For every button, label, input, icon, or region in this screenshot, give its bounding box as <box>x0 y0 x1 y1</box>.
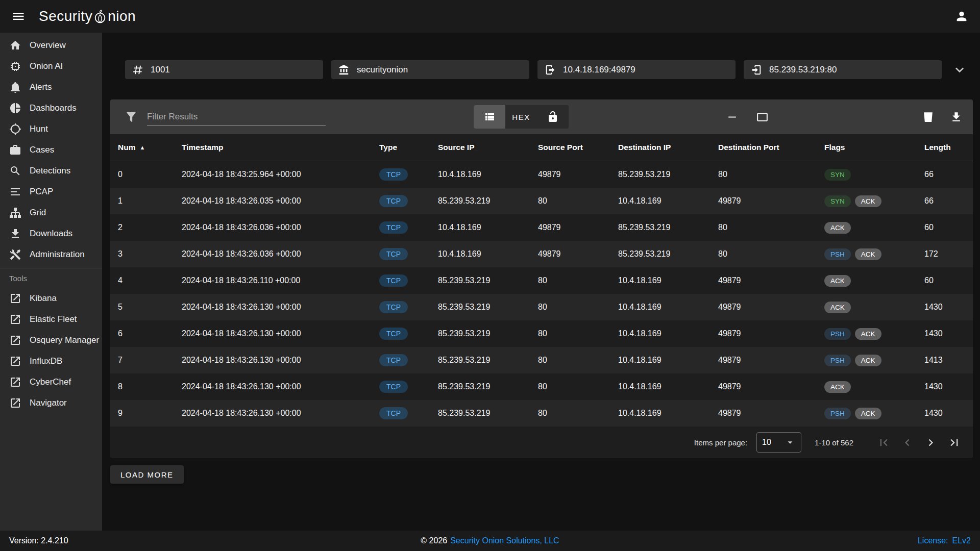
cell-dst-ip: 85.239.53.219 <box>618 249 718 259</box>
packet-list-view-button[interactable] <box>474 105 505 129</box>
column-header-destination-port[interactable]: Destination Port <box>718 143 824 152</box>
column-header-flags[interactable]: Flags <box>824 143 924 152</box>
column-header-source-ip[interactable]: Source IP <box>438 143 538 152</box>
bucket-icon[interactable] <box>922 111 935 123</box>
next-page-button[interactable] <box>923 435 938 450</box>
filter-field-job-number[interactable]: 1001 <box>125 60 323 79</box>
flag-chip: ACK <box>824 222 851 234</box>
table-header: Num▲TimestampTypeSource IPSource PortDes… <box>110 134 973 161</box>
table-row[interactable]: 3 2024-04-18 18:43:26.036 +00:00 TCP 10.… <box>110 241 973 267</box>
license-link[interactable]: ELv2 <box>952 536 971 545</box>
load-more-button[interactable]: LOAD MORE <box>110 465 184 484</box>
sidebar-tool-label: Elastic Fleet <box>30 314 77 324</box>
account-icon[interactable] <box>954 9 969 23</box>
sidebar-item-kibana[interactable]: Kibana <box>0 288 102 309</box>
cell-length: 1413 <box>924 356 973 365</box>
cell-timestamp: 2024-04-18 18:43:25.964 +00:00 <box>182 170 379 179</box>
card-view-icon[interactable] <box>756 111 769 123</box>
column-header-num[interactable]: Num▲ <box>118 143 182 152</box>
open-in-new-icon <box>9 376 21 388</box>
sidebar-item-detections[interactable]: Detections <box>0 160 102 181</box>
cell-src-port: 80 <box>538 329 618 338</box>
cell-length: 60 <box>924 276 973 285</box>
cell-length: 1430 <box>924 303 973 312</box>
sidebar-item-cases[interactable]: Cases <box>0 139 102 160</box>
cell-dst-ip: 10.4.18.169 <box>618 303 718 312</box>
cell-flags: ACK <box>824 222 924 234</box>
onion-logo-icon <box>93 9 107 23</box>
cell-dst-port: 80 <box>718 223 824 232</box>
table-row[interactable]: 9 2024-04-18 18:43:26.130 +00:00 TCP 85.… <box>110 400 973 427</box>
sidebar-item-cyberchef[interactable]: CyberChef <box>0 371 102 392</box>
copyright-link[interactable]: Security Onion Solutions, LLC <box>450 536 559 545</box>
license: License: ELv2 <box>918 536 971 545</box>
sidebar-item-onion-ai[interactable]: Onion AI <box>0 56 102 77</box>
column-header-source-port[interactable]: Source Port <box>538 143 618 152</box>
page-first-icon <box>877 436 891 449</box>
filter-field-source[interactable]: 10.4.18.169:49879 <box>537 60 736 79</box>
cell-dst-port: 49879 <box>718 196 824 206</box>
sidebar-item-pcap[interactable]: PCAP <box>0 181 102 202</box>
cell-src-ip: 10.4.18.169 <box>438 249 538 259</box>
table-row[interactable]: 5 2024-04-18 18:43:26.130 +00:00 TCP 85.… <box>110 294 973 320</box>
cell-flags: SYNACK <box>824 195 924 207</box>
protocol-chip: TCP <box>379 328 408 340</box>
filter-field-destination[interactable]: 85.239.53.219:80 <box>744 60 942 79</box>
filter-results-input[interactable] <box>147 108 326 126</box>
sidebar-item-overview[interactable]: Overview <box>0 35 102 56</box>
table-row[interactable]: 0 2024-04-18 18:43:25.964 +00:00 TCP 10.… <box>110 161 973 188</box>
sidebar: Overview Onion AI Alerts Dashboards Hunt… <box>0 33 102 531</box>
sidebar-item-alerts[interactable]: Alerts <box>0 77 102 97</box>
minimize-icon[interactable] <box>726 111 739 123</box>
download-icon <box>9 228 21 240</box>
sidebar-item-downloads[interactable]: Downloads <box>0 223 102 244</box>
flag-chip: PSH <box>824 248 851 260</box>
items-per-page-select[interactable]: 10 <box>756 432 801 453</box>
items-per-page-label: Items per page: <box>694 438 747 447</box>
filter-icon <box>125 110 138 123</box>
cell-timestamp: 2024-04-18 18:43:26.130 +00:00 <box>182 356 379 365</box>
table-row[interactable]: 7 2024-04-18 18:43:26.130 +00:00 TCP 85.… <box>110 347 973 373</box>
unwrap-button[interactable] <box>537 105 569 129</box>
app-logo: Security nion <box>39 8 136 24</box>
sidebar-item-label: Cases <box>30 145 54 155</box>
sidebar-item-elastic-fleet[interactable]: Elastic Fleet <box>0 309 102 330</box>
column-header-length[interactable]: Length <box>924 143 973 152</box>
cell-flags: SYN <box>824 169 924 181</box>
sidebar-item-osquery-manager[interactable]: Osquery Manager <box>0 330 102 350</box>
sidebar-item-navigator[interactable]: Navigator <box>0 392 102 413</box>
previous-page-button[interactable] <box>899 435 915 450</box>
hex-view-button[interactable]: HEX <box>505 105 537 129</box>
table-row[interactable]: 8 2024-04-18 18:43:26.130 +00:00 TCP 85.… <box>110 373 973 400</box>
cell-flags: PSHACK <box>824 248 924 260</box>
filter-field-value: securityonion <box>357 65 408 75</box>
column-header-type[interactable]: Type <box>379 143 438 152</box>
flag-chip: ACK <box>855 195 881 207</box>
table-row[interactable]: 2 2024-04-18 18:43:26.036 +00:00 TCP 10.… <box>110 214 973 241</box>
cell-dst-ip: 85.239.53.219 <box>618 223 718 232</box>
chip-icon <box>9 60 21 72</box>
filter-field-value: 1001 <box>151 65 170 75</box>
table-row[interactable]: 4 2024-04-18 18:43:26.110 +00:00 TCP 85.… <box>110 267 973 294</box>
sidebar-item-dashboards[interactable]: Dashboards <box>0 97 102 118</box>
menu-icon[interactable] <box>11 9 26 23</box>
column-header-timestamp[interactable]: Timestamp <box>182 143 379 152</box>
sidebar-item-grid[interactable]: Grid <box>0 202 102 223</box>
table-row[interactable]: 1 2024-04-18 18:43:26.035 +00:00 TCP 85.… <box>110 188 973 214</box>
chevron-down-icon[interactable] <box>951 62 968 78</box>
cell-timestamp: 2024-04-18 18:43:26.110 +00:00 <box>182 276 379 285</box>
last-page-button[interactable] <box>946 435 962 450</box>
sidebar-item-administration[interactable]: Administration <box>0 244 102 265</box>
cell-length: 172 <box>924 249 973 259</box>
filter-field-sensor[interactable]: securityonion <box>331 60 529 79</box>
download-icon[interactable] <box>950 111 963 123</box>
sidebar-nav: Overview Onion AI Alerts Dashboards Hunt… <box>0 35 102 265</box>
sidebar-item-influxdb[interactable]: InfluxDB <box>0 350 102 371</box>
protocol-chip: TCP <box>379 301 408 313</box>
table-row[interactable]: 6 2024-04-18 18:43:26.130 +00:00 TCP 85.… <box>110 320 973 347</box>
column-header-destination-ip[interactable]: Destination IP <box>618 143 718 152</box>
sidebar-item-hunt[interactable]: Hunt <box>0 118 102 139</box>
menu-down-icon <box>785 437 796 448</box>
first-page-button[interactable] <box>876 435 891 450</box>
cell-flags: ACK <box>824 275 924 287</box>
